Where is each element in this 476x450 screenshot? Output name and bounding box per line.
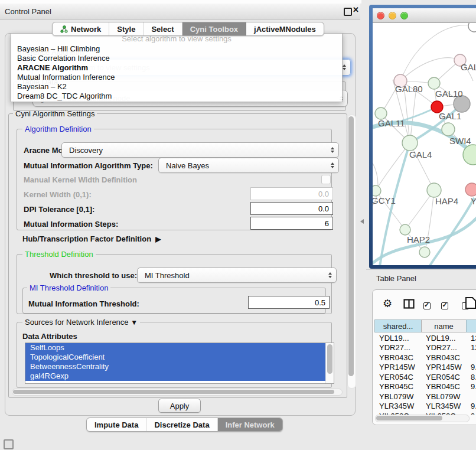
table-cell: YDR27... bbox=[422, 343, 467, 352]
mi-type-label: Mutual Information Algorithm Type: bbox=[24, 161, 153, 170]
zoom-window-icon[interactable] bbox=[400, 12, 408, 19]
table-cell: YER054C bbox=[375, 373, 422, 381]
algorithm-popup-item[interactable]: Dream8 DC_TDC Algorithm bbox=[11, 92, 342, 101]
table-cell: 12 bbox=[467, 343, 476, 352]
table-row[interactable]: YLR345WYLR345W9. bbox=[375, 402, 476, 412]
algorithm-popup-item[interactable]: Basic Correlation Inference bbox=[11, 54, 342, 63]
table-cell: YBR045C bbox=[422, 382, 467, 391]
table-column-header[interactable]: shared... bbox=[374, 319, 422, 332]
network-node-label: Y bbox=[471, 196, 476, 206]
close-window-icon[interactable] bbox=[377, 12, 384, 19]
settings-horizontal-scrollbar[interactable] bbox=[12, 389, 343, 396]
tab-impute-data[interactable]: Impute Data bbox=[87, 418, 146, 431]
data-attribute-item[interactable]: TopologicalCoefficient bbox=[25, 353, 330, 362]
tab-cyni-toolbox[interactable]: Cyni Toolbox bbox=[182, 22, 246, 35]
expanded-arrow-icon[interactable]: ▼ bbox=[131, 318, 138, 327]
network-edge bbox=[400, 25, 474, 81]
manual-kernel-checkbox[interactable] bbox=[321, 175, 331, 184]
scrollbar-thumb[interactable] bbox=[13, 390, 334, 394]
network-node-label: GAL11 bbox=[378, 118, 405, 128]
table-cell: YBR045C bbox=[375, 382, 422, 391]
network-node[interactable] bbox=[400, 224, 410, 235]
data-attribute-item[interactable]: BetweennessCentrality bbox=[25, 362, 330, 371]
select-all-icon[interactable] bbox=[441, 302, 448, 309]
table-cell: YBR043C bbox=[422, 353, 467, 362]
table-row[interactable]: YPR145WYPR145W9. bbox=[375, 363, 476, 373]
table-row[interactable]: YBR045CYBR045C9. bbox=[375, 382, 476, 392]
data-attribute-item[interactable]: SelfLoops bbox=[25, 343, 330, 353]
network-graph: GALGAL80GAL10GAL1GAL11GAL4SWI4GCY1HAP4YH… bbox=[373, 23, 476, 265]
network-node[interactable] bbox=[468, 23, 476, 32]
close-panel-icon[interactable]: ✕ bbox=[353, 5, 359, 14]
mi-type-combo[interactable]: Naive Bayes bbox=[158, 158, 339, 173]
network-node[interactable] bbox=[419, 247, 430, 257]
combo-stepper-icon bbox=[328, 272, 332, 278]
collapsed-arrow-icon[interactable]: ▶ bbox=[155, 235, 161, 243]
network-canvas[interactable]: GALGAL80GAL10GAL1GAL11GAL4SWI4GCY1HAP4YH… bbox=[373, 23, 476, 265]
splitter-arrow-icon[interactable] bbox=[360, 219, 364, 224]
scrollbar-thumb[interactable] bbox=[348, 116, 354, 376]
settings-vertical-scrollbar[interactable] bbox=[347, 115, 356, 389]
which-threshold-combo[interactable]: MI Threshold bbox=[137, 268, 337, 283]
minimize-window-icon[interactable] bbox=[389, 12, 396, 19]
table-row[interactable]: YDL19...YDL19...13 bbox=[375, 333, 476, 343]
cyni-mode-tabs: Impute DataDiscretize DataInfer Network bbox=[86, 418, 283, 432]
tab-jactivemnodules[interactable]: jActiveMNodules bbox=[246, 22, 324, 35]
table-panel-title: Table Panel bbox=[376, 274, 416, 283]
network-node[interactable] bbox=[442, 123, 455, 136]
tab-infer-network[interactable]: Infer Network bbox=[218, 418, 282, 431]
tab-network[interactable]: Network bbox=[53, 22, 109, 35]
network-node-label: GCY1 bbox=[373, 195, 396, 206]
hub-section-label[interactable]: Hub/Transcription Factor Definition ▶ bbox=[22, 234, 161, 243]
gear-icon[interactable]: ⚙ bbox=[383, 298, 392, 309]
table-cell: YBR043C bbox=[375, 353, 422, 362]
network-node[interactable] bbox=[373, 185, 381, 196]
network-node-label: HAP4 bbox=[435, 196, 458, 206]
network-node[interactable] bbox=[465, 183, 476, 196]
sources-group-title[interactable]: Sources for Network Inference ▼ bbox=[22, 318, 140, 327]
table-row[interactable]: YBR043CYBR043C bbox=[375, 353, 476, 363]
table-row[interactable]: YBL079WYBL079W bbox=[375, 392, 476, 402]
mi-steps-field[interactable]: 6 bbox=[250, 217, 333, 230]
list-vertical-scrollbar[interactable] bbox=[325, 343, 334, 383]
tab-label: jActiveMNodules bbox=[254, 25, 316, 34]
select-all-icon[interactable] bbox=[423, 302, 431, 309]
apply-button[interactable]: Apply bbox=[158, 399, 201, 413]
dpi-tolerance-field[interactable]: 0.0 bbox=[250, 202, 333, 215]
tab-label: Cyni Toolbox bbox=[190, 25, 238, 34]
new-table-icon[interactable] bbox=[465, 296, 476, 309]
network-node[interactable] bbox=[428, 77, 440, 89]
tab-discretize-data[interactable]: Discretize Data bbox=[146, 418, 217, 431]
algorithm-popup-item[interactable]: Bayesian – K2 bbox=[11, 82, 342, 92]
table-cell: YDR27... bbox=[375, 343, 422, 352]
tab-label: Infer Network bbox=[226, 420, 275, 429]
tab-select[interactable]: Select bbox=[144, 22, 182, 35]
table-row[interactable]: YDR27...YDR27...12 bbox=[375, 343, 476, 353]
network-node-label: GAL1 bbox=[439, 111, 461, 121]
table-horizontal-scrollbar[interactable] bbox=[375, 415, 470, 422]
network-view-window: GALGAL80GAL10GAL1GAL11GAL4SWI4GCY1HAP4YH… bbox=[369, 5, 476, 269]
mi-threshold-field[interactable]: 0.5 bbox=[248, 296, 330, 309]
network-window-titlebar[interactable] bbox=[373, 8, 476, 23]
network-node[interactable] bbox=[375, 107, 387, 119]
network-node-label: GAL4 bbox=[409, 149, 432, 159]
collapsed-panel-icon[interactable] bbox=[4, 439, 14, 449]
aracne-mode-combo[interactable]: Discovery bbox=[61, 142, 339, 158]
table-column-header[interactable]: A bbox=[466, 319, 476, 332]
network-node[interactable] bbox=[427, 183, 441, 197]
algorithm-popup-item[interactable]: Mutual Information Inference bbox=[11, 73, 342, 82]
algorithm-popup-item[interactable]: Bayesian – Hill Climbing bbox=[11, 44, 342, 54]
table-cell: YER054C bbox=[422, 373, 467, 381]
scrollbar-thumb[interactable] bbox=[327, 344, 332, 374]
split-panel-icon[interactable] bbox=[403, 299, 415, 309]
float-panel-icon[interactable] bbox=[344, 8, 352, 16]
data-attribute-item[interactable]: gal4RGexp bbox=[25, 371, 330, 381]
scrollbar-thumb[interactable] bbox=[376, 416, 442, 420]
tab-style[interactable]: Style bbox=[109, 22, 144, 35]
algorithm-popup-item[interactable]: ARACNE Algorithm bbox=[11, 63, 342, 73]
table-column-header[interactable]: name bbox=[421, 319, 467, 332]
table-row[interactable]: YER054CYER054C8. bbox=[375, 372, 476, 382]
network-node[interactable] bbox=[402, 135, 418, 151]
which-threshold-label: Which threshold to use: bbox=[50, 271, 137, 280]
kernel-width-field[interactable]: 0.0 bbox=[250, 187, 333, 200]
